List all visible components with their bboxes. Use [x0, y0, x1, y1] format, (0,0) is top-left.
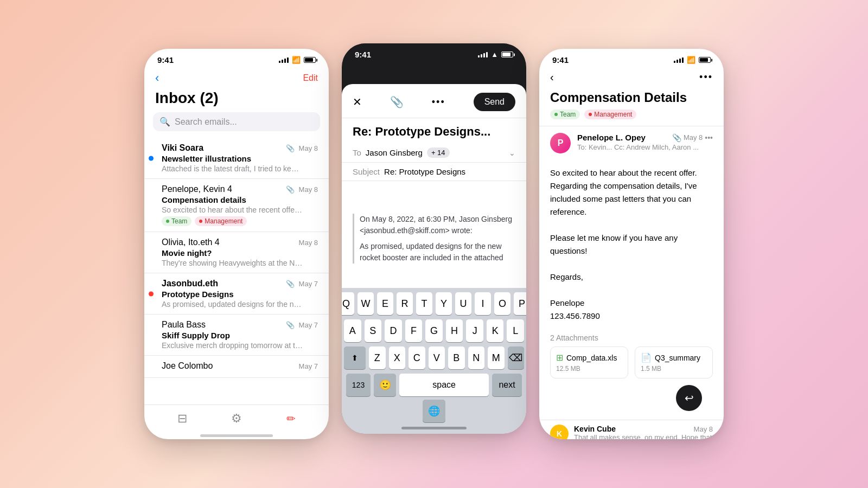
sender-to: To: Kevin... Cc: Andrew Milch, Aaron ...	[577, 143, 713, 151]
phone-inbox: 9:41 📶 ‹ Edit Inbox (2) 🔍 Search emails.…	[144, 49, 329, 439]
more-icon-detail[interactable]: •••	[705, 133, 713, 142]
attachment-1[interactable]: ⊞ Comp_data.xls 12.5 MB	[550, 346, 628, 378]
tag-team-detail: Team	[550, 110, 580, 119]
detail-tags: Team Management	[539, 110, 724, 126]
more-options-icon[interactable]: •••	[432, 97, 445, 108]
key-E[interactable]: E	[377, 292, 393, 315]
status-icons-1: 📶	[279, 56, 316, 64]
reply-fab[interactable]: ↩	[676, 385, 702, 411]
date-5: May 7	[299, 321, 318, 329]
close-icon[interactable]: ✕	[353, 95, 362, 108]
battery-icon-2	[501, 52, 513, 57]
key-W[interactable]: W	[358, 292, 374, 315]
attachments-title: 2 Attachments	[550, 333, 713, 342]
key-K[interactable]: K	[487, 319, 504, 342]
thread-item-1[interactable]: K Kevin Cube May 8 That all makes sense,…	[539, 420, 724, 439]
filter-icon[interactable]: ⊟	[177, 412, 187, 426]
key-P[interactable]: P	[514, 292, 526, 315]
status-bar-1: 9:41 📶	[144, 49, 329, 67]
email-item-2[interactable]: Penelope, Kevin 4 📎 May 8 Compensation d…	[144, 179, 329, 232]
tag-dot-green	[166, 220, 169, 223]
key-G[interactable]: G	[425, 319, 443, 342]
subject-field[interactable]: Subject Re: Prototype Designs	[342, 163, 526, 181]
emoji-key[interactable]: 🙂	[374, 374, 396, 396]
compose-subject: Re: Prototype Designs...	[342, 118, 526, 143]
key-Z[interactable]: Z	[369, 346, 386, 369]
status-bar-3: 9:41 📶	[539, 49, 724, 67]
sender-3: Olivia, Ito.eth 4	[162, 237, 220, 247]
dynamic-island	[401, 61, 467, 80]
key-T[interactable]: T	[416, 292, 432, 315]
date-1: May 8	[299, 144, 318, 152]
attachment-2[interactable]: 📄 Q3_summary 1.5 MB	[635, 346, 713, 378]
send-button[interactable]: Send	[474, 93, 515, 111]
space-key[interactable]: space	[399, 374, 489, 396]
key-S[interactable]: S	[365, 319, 382, 342]
key-D[interactable]: D	[385, 319, 402, 342]
edit-button[interactable]: Edit	[303, 73, 318, 83]
email-item-6[interactable]: Joe Colombo May 7	[144, 356, 329, 378]
sender-full-name: Penelope L. Opey	[577, 133, 646, 142]
key-I[interactable]: I	[475, 292, 491, 315]
inbox-title: Inbox (2)	[144, 87, 329, 112]
status-time-3: 9:41	[552, 55, 569, 65]
status-time-2: 9:41	[355, 50, 371, 59]
attach-name-1: Comp_data.xls	[566, 354, 617, 362]
key-R[interactable]: R	[397, 292, 413, 315]
status-icons-2: ▲	[478, 50, 513, 59]
key-F[interactable]: F	[405, 319, 423, 342]
preview-4: As promised, updated designs for the new…	[162, 300, 303, 309]
status-time-1: 9:41	[157, 55, 174, 65]
quote-header: On May 8, 2022, at 6:30 PM, Jason Ginsbe…	[360, 214, 515, 236]
to-field[interactable]: To Jason Ginsberg + 14 ⌄	[342, 143, 526, 163]
key-J[interactable]: J	[466, 319, 483, 342]
key-B[interactable]: B	[448, 346, 465, 369]
to-label: To	[353, 148, 361, 157]
key-Q[interactable]: Q	[342, 292, 354, 315]
back-button[interactable]: ‹	[155, 71, 159, 85]
key-X[interactable]: X	[389, 346, 406, 369]
status-icons-3: 📶	[674, 56, 711, 64]
status-bar-2: 9:41 ▲	[342, 43, 526, 61]
key-M[interactable]: M	[488, 346, 505, 369]
chevron-down-icon: ⌄	[509, 149, 515, 157]
wifi-icon-2: ▲	[491, 50, 498, 59]
key-C[interactable]: C	[409, 346, 425, 369]
next-key[interactable]: next	[492, 374, 522, 396]
subject-3: Movie night?	[162, 248, 318, 258]
compose-icon[interactable]: ✏	[286, 412, 296, 425]
key-N[interactable]: N	[468, 346, 485, 369]
attachment-btn[interactable]: 📎	[390, 95, 404, 108]
search-bar[interactable]: 🔍 Search emails...	[153, 112, 320, 131]
signal-icon-3	[674, 57, 684, 63]
key-Y[interactable]: Y	[436, 292, 452, 315]
email-item-3[interactable]: Olivia, Ito.eth 4 May 8 Movie night? The…	[144, 232, 329, 273]
search-input[interactable]: Search emails...	[175, 117, 237, 127]
numbers-key[interactable]: 123	[346, 374, 371, 396]
compose-body[interactable]: On May 8, 2022, at 6:30 PM, Jason Ginsbe…	[342, 181, 526, 288]
settings-icon[interactable]: ⚙	[231, 412, 242, 426]
back-button-3[interactable]: ‹	[550, 71, 554, 84]
subject-label: Subject	[353, 167, 380, 176]
key-L[interactable]: L	[507, 319, 524, 342]
sender-5: Paula Bass	[162, 320, 206, 330]
key-H[interactable]: H	[446, 319, 463, 342]
email-item-1[interactable]: Viki Soara 📎 May 8 Newsletter illustrati…	[144, 138, 329, 179]
subject-4: Prototype Designs	[162, 290, 318, 299]
thread-sender-1: Kevin Cube	[574, 425, 616, 433]
attach-name-2: Q3_summary	[655, 354, 700, 362]
more-button-3[interactable]: •••	[699, 72, 713, 83]
key-O[interactable]: O	[494, 292, 510, 315]
home-indicator-1	[200, 434, 273, 437]
globe-key[interactable]: 🌐	[423, 400, 445, 422]
unread-indicator-4	[149, 291, 154, 296]
key-V[interactable]: V	[429, 346, 445, 369]
shift-key[interactable]: ⬆	[344, 346, 366, 369]
backspace-key[interactable]: ⌫	[508, 346, 525, 369]
subject-value: Re: Prototype Designs	[384, 167, 465, 176]
key-U[interactable]: U	[455, 292, 471, 315]
email-item-5[interactable]: Paula Bass 📎 May 7 Skiff Supply Drop Exc…	[144, 314, 329, 356]
attachment-cards: ⊞ Comp_data.xls 12.5 MB 📄 Q3_summary 1.5…	[550, 346, 713, 378]
email-item-4[interactable]: Jasonbud.eth 📎 May 7 Prototype Designs A…	[144, 273, 329, 314]
key-A[interactable]: A	[344, 319, 361, 342]
